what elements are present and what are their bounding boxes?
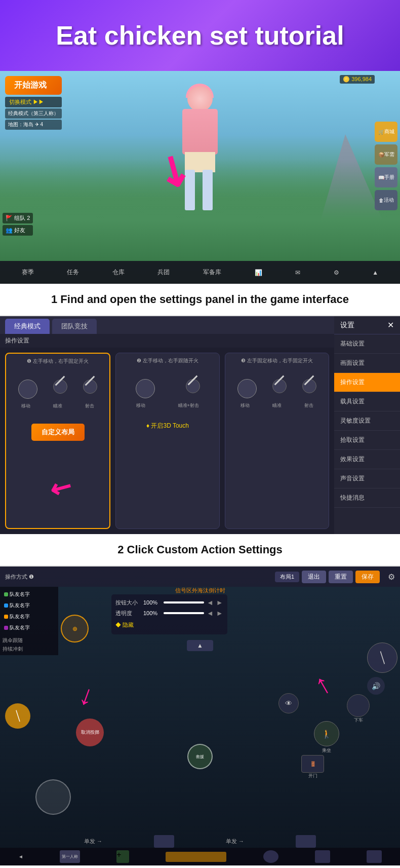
nav-up-icon[interactable]: ▲: [368, 267, 382, 278]
layout-1-title: ❶ 左手移动，右手固定开火: [10, 358, 105, 365]
character-icon[interactable]: [263, 850, 278, 863]
sound-button[interactable]: 🔊: [367, 677, 385, 695]
step1-text: 1 Find and open the settings panel in th…: [10, 293, 390, 306]
menu-quick-msg[interactable]: 快捷消息: [334, 488, 400, 508]
menu-pickup[interactable]: 拾取设置: [334, 431, 400, 450]
layout2-label-aim: 瞄准+射击: [178, 402, 199, 409]
ride-button[interactable]: 🚶: [314, 721, 339, 746]
move-joystick[interactable]: [35, 779, 71, 815]
weapon-icon-2[interactable]: [296, 835, 316, 848]
menu-sensitivity[interactable]: 灵敏度设置: [334, 411, 400, 431]
run-icon[interactable]: [367, 850, 382, 863]
settings-title: 设置: [340, 321, 354, 330]
army-icon-btn[interactable]: 📦军需: [375, 144, 397, 165]
menu-vehicle[interactable]: 载具设置: [334, 392, 400, 411]
shoot-button[interactable]: ╱: [367, 643, 397, 673]
menu-sound[interactable]: 声音设置: [334, 469, 400, 488]
layout3-shoot-circle: [302, 379, 316, 393]
switch-mode-btn[interactable]: 切换模式 ▶▶: [5, 97, 62, 107]
nav-storage[interactable]: 仓库: [108, 266, 129, 279]
player2-name: 队友名字: [10, 602, 30, 609]
tab-classic[interactable]: 经典模式: [5, 319, 50, 334]
activity-icon-btn[interactable]: 🗑活动: [375, 190, 397, 210]
handbook-icon-btn[interactable]: 📖手册: [375, 167, 397, 187]
mode-info: 经典模式（第三人称）: [5, 108, 62, 119]
medkit-icon[interactable]: +: [116, 850, 129, 863]
decrement-opacity-icon[interactable]: ◄: [207, 609, 214, 617]
menu-basic[interactable]: 基础设置: [334, 334, 400, 354]
weapon-icon-1[interactable]: [154, 835, 174, 848]
scope-button[interactable]: 👁: [278, 693, 299, 713]
fire-mode-1: 单发 →: [84, 838, 102, 845]
custom-bottom-bar: ◄ 第一人称 +: [0, 848, 400, 865]
custom-layout-button[interactable]: 自定义布局: [31, 424, 85, 441]
item-icon[interactable]: [315, 850, 330, 863]
settings-gear-icon[interactable]: ⚙: [388, 572, 395, 582]
scroll-up-button[interactable]: ▲: [187, 640, 213, 651]
nav-corps[interactable]: 兵团: [153, 266, 174, 279]
layout1-button[interactable]: 布局1: [275, 572, 299, 582]
decrement-size-icon[interactable]: ◄: [207, 598, 214, 607]
rescue-button[interactable]: 救援: [187, 744, 213, 769]
opacity-label: 透明度: [115, 610, 141, 617]
layout2-rifle: [187, 375, 197, 385]
layout3-aim-circle: [272, 379, 287, 393]
first-person-btn[interactable]: 第一人称: [60, 850, 80, 863]
nav-season[interactable]: 赛季: [18, 266, 38, 279]
size-fill: [164, 601, 204, 603]
custom-layout-section: 操作方式 ❶ 布局1 退出 重置 保存 ⚙ 信号区外海汰倒计时 按钮大小 100…: [0, 567, 400, 865]
settings-panel-section: 经典模式 团队竞技 操作设置 ❶ 左手移动，右手固定开火: [0, 316, 400, 534]
step1-description: 1 Find and open the settings panel in th…: [0, 284, 400, 315]
reset-button[interactable]: 重置: [329, 571, 353, 583]
layout2-label-move: 移动: [136, 402, 145, 409]
nav-mission[interactable]: 任务: [63, 266, 83, 279]
rifle-icon: ╱: [12, 710, 23, 722]
open-door-button[interactable]: 🚪: [301, 755, 324, 773]
fire-mode-2: 单发 →: [226, 838, 244, 845]
coins-display: 🪙 396,984: [340, 75, 375, 84]
close-settings-button[interactable]: ✕: [387, 320, 394, 330]
player4-color: [4, 626, 8, 630]
nav-settings-icon[interactable]: ⚙: [330, 267, 343, 278]
settings-header: 设置 ✕: [334, 316, 400, 334]
increment-size-icon[interactable]: ►: [216, 598, 223, 607]
store-icon-btn[interactable]: 🛒商城: [375, 122, 397, 142]
tab-team[interactable]: 团队竞技: [52, 319, 97, 334]
layout-option-2[interactable]: ❷ 左手移动，右手跟随开火 移动 瞄准+射击: [115, 353, 220, 529]
layout1-label-shoot: 射击: [85, 403, 94, 409]
touch3d-option[interactable]: ♦ 开启3D Touch: [120, 419, 215, 433]
layout-option-3[interactable]: ❸ 左手固定移动，右手固定开火 移动: [225, 353, 329, 529]
exit-vehicle-label: 下车: [354, 717, 363, 724]
hide-option[interactable]: ◆ 隐藏: [115, 620, 223, 630]
aim-button[interactable]: ╱: [5, 703, 30, 729]
cancel-throw-button[interactable]: 取消投掷: [76, 719, 104, 746]
nav-mail-icon[interactable]: ✉: [291, 267, 304, 278]
bottom-weapon-bar: 单发 → 单发 →: [58, 835, 342, 848]
page-title: Eat chicken set tutorial: [56, 20, 344, 51]
player3-color: [4, 615, 8, 619]
header-section: Eat chicken set tutorial: [0, 0, 400, 71]
menu-display[interactable]: 画面设置: [334, 354, 400, 373]
layout-1-inner: 移动 瞄准 射击: [10, 369, 105, 420]
menu-effects[interactable]: 效果设置: [334, 450, 400, 469]
exit-button[interactable]: 退出: [302, 571, 326, 583]
shoot-icon: ╱: [376, 651, 388, 664]
size-bar[interactable]: [164, 601, 204, 603]
settings-tabs: 经典模式 团队竞技: [0, 316, 334, 334]
menu-operation[interactable]: 操作设置: [334, 373, 400, 392]
opacity-bar[interactable]: [164, 612, 204, 614]
bottom-left-nav[interactable]: ◄: [18, 854, 23, 859]
start-game-button[interactable]: 开始游戏: [5, 76, 62, 95]
save-button[interactable]: 保存: [355, 571, 380, 583]
char-head: [187, 86, 213, 111]
layout3-shoot-rifle: [304, 375, 314, 385]
layout-options-container: ❶ 左手移动，右手固定开火 移动: [0, 348, 334, 534]
sprint-label: 持续冲刺: [3, 646, 56, 653]
nav-armory[interactable]: 军备库: [199, 266, 225, 279]
step2-text: 2 Click Custom Action Settings: [10, 543, 390, 556]
increment-opacity-icon[interactable]: ►: [216, 609, 223, 617]
player-item-3: 队友名字: [3, 612, 56, 622]
team-label: 🚩 组队 2: [3, 213, 33, 223]
exit-vehicle-button[interactable]: [347, 694, 370, 717]
team-info-panel: 🚩 组队 2 👥 好友: [3, 213, 33, 237]
